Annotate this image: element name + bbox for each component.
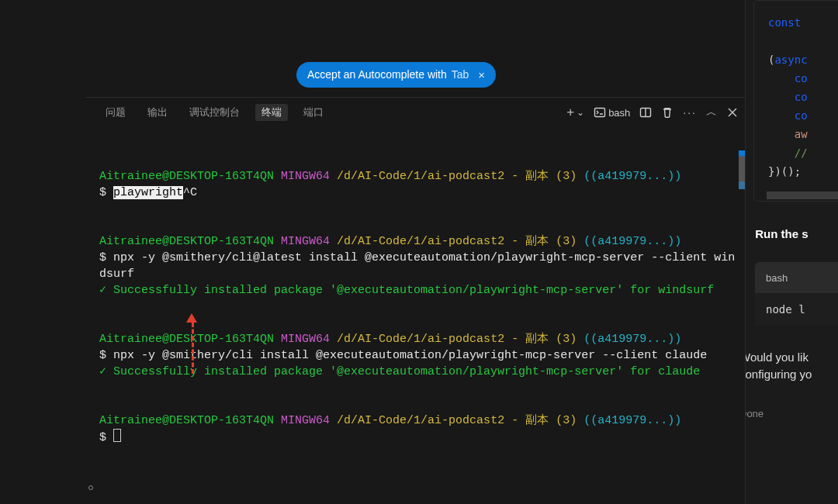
prompt-line: Aitrainee@DESKTOP-163T4QN MINGW64 /d/AI-…	[99, 170, 681, 183]
success-line: ✓ Successfully installed package '@execu…	[99, 365, 700, 378]
plus-icon: +	[566, 105, 574, 120]
shell-label: bash	[608, 107, 630, 119]
code-lang-chip: bash	[755, 262, 838, 293]
tab-problems[interactable]: 问题	[99, 104, 132, 121]
new-terminal-button[interactable]: + ⌄	[566, 105, 584, 120]
trash-icon	[661, 106, 674, 119]
tab-terminal[interactable]: 终端	[255, 104, 288, 121]
close-panel-button[interactable]	[726, 106, 739, 119]
assistant-paragraph: Would you lik configuring yo	[745, 349, 838, 383]
done-label[interactable]: Done	[745, 408, 764, 419]
prompt-line: Aitrainee@DESKTOP-163T4QN MINGW64 /d/AI-…	[99, 333, 681, 346]
scroll-marker	[739, 181, 745, 189]
tab-ports[interactable]: 端口	[297, 104, 330, 121]
maximize-panel-button[interactable]: ︿	[706, 105, 717, 119]
cmd-line: $ playwright^C	[99, 186, 197, 199]
tab-debug[interactable]: 调试控制台	[183, 104, 246, 121]
bottom-panel: 问题 输出 调试控制台 终端 端口 + ⌄ bash ··· ︿	[85, 97, 745, 504]
chevron-up-icon: ︿	[706, 105, 717, 119]
prompt-line: Aitrainee@DESKTOP-163T4QN MINGW64 /d/AI-…	[99, 235, 681, 248]
code-snippet[interactable]: node l	[755, 293, 838, 326]
autocomplete-tip-pill[interactable]: Accept an Autocomplete with Tab ×	[296, 62, 496, 88]
cmd-line: $ npx -y @smithery/cli install @executea…	[99, 349, 707, 362]
scrollbar-thumb[interactable]	[739, 156, 745, 182]
gutter-dot-icon	[88, 485, 93, 490]
pill-kbd: Tab	[452, 62, 469, 88]
close-icon[interactable]: ×	[478, 62, 485, 88]
code-block: const (async co co co aw // })();	[753, 0, 838, 202]
more-button[interactable]: ···	[683, 106, 697, 119]
prompt-line: Aitrainee@DESKTOP-163T4QN MINGW64 /d/AI-…	[99, 414, 681, 427]
split-terminal-button[interactable]	[639, 106, 652, 119]
tab-output[interactable]: 输出	[141, 104, 174, 121]
terminal-output[interactable]: Aitrainee@DESKTOP-163T4QN MINGW64 /d/AI-…	[99, 152, 736, 496]
code-scroll-thumb[interactable]	[767, 192, 838, 199]
split-icon	[639, 106, 652, 119]
side-panel: const (async co co co aw // })(); 3. Run…	[745, 0, 838, 504]
shell-picker[interactable]: bash	[594, 106, 630, 119]
terminal-cursor	[113, 429, 121, 442]
chevron-down-icon: ⌄	[577, 107, 584, 118]
terminal-toolbar: + ⌄ bash ··· ︿	[566, 98, 739, 127]
kill-terminal-button[interactable]	[661, 106, 674, 119]
success-line: ✓ Successfully installed package '@execu…	[99, 284, 714, 297]
cmd-line: $	[99, 431, 121, 444]
pill-text: Accept an Autocomplete with	[307, 62, 447, 88]
terminal-icon	[594, 106, 606, 119]
svg-rect-0	[595, 109, 605, 117]
cmd-line: $ npx -y @smithery/cli@latest install @e…	[99, 251, 735, 281]
step-item: 3. Run the s	[745, 227, 838, 240]
x-icon	[726, 106, 739, 119]
